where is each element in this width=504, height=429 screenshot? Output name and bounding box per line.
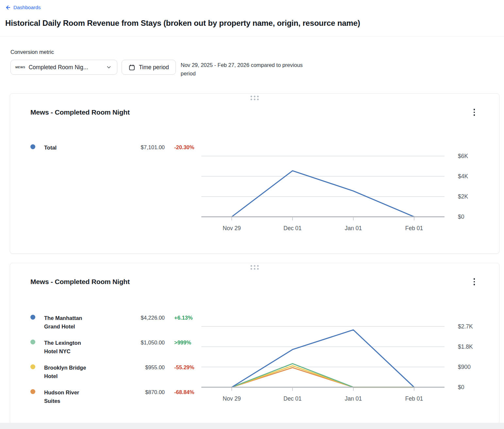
series-change: -55.29% xyxy=(174,363,194,371)
y-axis-label: $1.8K xyxy=(458,343,473,350)
conversion-metric-dropdown[interactable]: MEWS Completed Room Nig... xyxy=(10,60,117,75)
y-axis-label: $4K xyxy=(458,173,468,180)
chart-legend: The ManhattanGrand Hotel$4,226.00+6.13%T… xyxy=(30,314,201,413)
legend-item[interactable]: The LexingtonHotel NYC$1,050.00>999% xyxy=(30,339,201,356)
kebab-menu-icon[interactable] xyxy=(470,107,479,118)
y-axis-label: $0 xyxy=(458,214,464,220)
kebab-menu-icon[interactable] xyxy=(470,276,479,287)
back-link[interactable]: Dashboards xyxy=(5,5,41,10)
series-color-dot xyxy=(30,340,35,344)
series-value: $4,226.00 xyxy=(125,314,165,322)
page-title: Historical Daily Room Revenue from Stays… xyxy=(5,19,499,28)
date-range-text: Nov 29, 2025 - Feb 27, 2026 compared to … xyxy=(181,60,307,78)
line-chart: Nov 29Dec 01Jan 01Feb 01$6K$4K$2K$0 xyxy=(201,143,489,235)
chart-card-total: Mews - Completed Room Night Total$7,101.… xyxy=(10,93,499,254)
series-name: Hudson RiverSuites xyxy=(44,388,125,405)
series-value: $1,050.00 xyxy=(125,339,165,346)
series-change: -20.30% xyxy=(174,143,194,151)
y-axis-label: $6K xyxy=(458,153,468,159)
drag-handle-icon[interactable] xyxy=(251,265,259,270)
time-period-label: Time period xyxy=(139,64,169,71)
series-change: >999% xyxy=(174,339,191,346)
y-axis-label: $0 xyxy=(458,384,464,390)
x-axis-label: Dec 01 xyxy=(283,225,301,231)
x-axis-label: Nov 29 xyxy=(223,225,241,231)
series-name: The LexingtonHotel NYC xyxy=(44,339,125,356)
mews-logo: MEWS xyxy=(15,66,25,69)
drag-handle-icon[interactable] xyxy=(251,96,259,100)
chart-legend: Total$7,101.00-20.30% xyxy=(30,143,201,160)
series-name: The ManhattanGrand Hotel xyxy=(44,314,125,331)
series-value: $7,101.00 xyxy=(125,143,165,151)
series-name: Total xyxy=(44,143,125,152)
series-color-dot xyxy=(30,144,35,149)
legend-item[interactable]: Hudson RiverSuites$870.00-68.84% xyxy=(30,388,201,405)
line-chart: Nov 29Dec 01Jan 01Feb 01$2.7K$1.8K$900$0 xyxy=(201,314,489,405)
x-axis-label: Jan 01 xyxy=(345,225,362,231)
conversion-metric-label: Conversion metric xyxy=(10,49,504,55)
card-title: Mews - Completed Room Night xyxy=(30,108,130,116)
legend-item[interactable]: Brooklyn BridgeHotel$955.00-55.29% xyxy=(30,363,201,380)
series-color-dot xyxy=(30,315,35,320)
series-change: -68.84% xyxy=(174,388,194,396)
series-change: +6.13% xyxy=(174,314,193,322)
x-axis-label: Nov 29 xyxy=(223,395,241,402)
chart-card-by-property: Mews - Completed Room Night The Manhatta… xyxy=(10,263,499,424)
arrow-left-icon xyxy=(5,5,11,10)
calendar-icon xyxy=(128,64,135,71)
series-value: $870.00 xyxy=(125,388,165,396)
conversion-metric-value: Completed Room Nig... xyxy=(28,64,103,71)
series-name: Brooklyn BridgeHotel xyxy=(44,363,125,380)
series-color-dot xyxy=(30,389,35,394)
page-header: Dashboards Historical Daily Room Revenue… xyxy=(0,0,504,37)
x-axis-label: Dec 01 xyxy=(283,395,301,402)
x-axis-label: Feb 01 xyxy=(405,395,423,402)
back-link-label: Dashboards xyxy=(13,5,41,10)
legend-item[interactable]: Total$7,101.00-20.30% xyxy=(30,143,201,152)
chevron-down-icon xyxy=(106,64,112,70)
controls-section: Conversion metric MEWS Completed Room Ni… xyxy=(0,37,504,78)
legend-item[interactable]: The ManhattanGrand Hotel$4,226.00+6.13% xyxy=(30,314,201,331)
x-axis-label: Feb 01 xyxy=(405,225,423,231)
series-value: $955.00 xyxy=(125,363,165,371)
series-color-dot xyxy=(30,364,35,369)
page-background-strip xyxy=(0,423,504,429)
y-axis-label: $2K xyxy=(458,193,468,200)
y-axis-label: $2.7K xyxy=(458,323,473,330)
time-period-button[interactable]: Time period xyxy=(122,60,176,75)
y-axis-label: $900 xyxy=(458,364,471,370)
x-axis-label: Jan 01 xyxy=(345,395,362,402)
card-title: Mews - Completed Room Night xyxy=(30,278,130,286)
